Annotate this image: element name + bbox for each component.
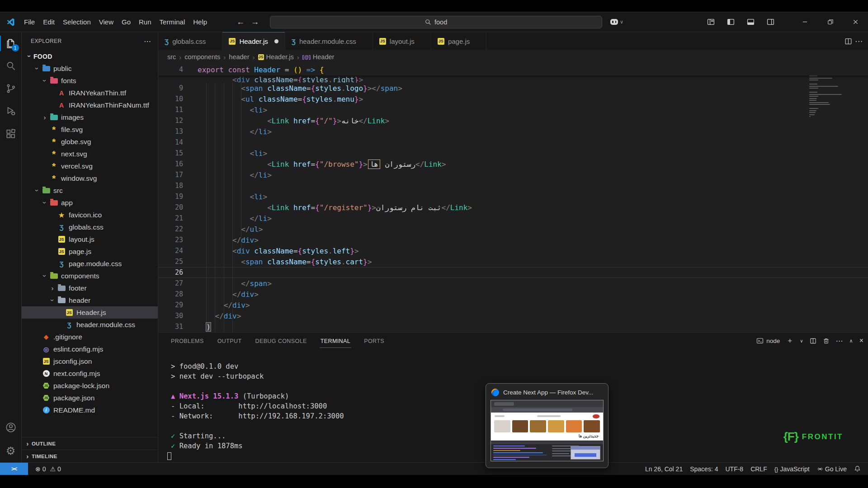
code-line-18[interactable]: 18 [158, 180, 868, 191]
tree-item-page-module-css[interactable]: Ʒpage.module.css [22, 258, 158, 270]
close-panel-icon[interactable]: × [859, 337, 863, 345]
modified-dot-icon[interactable] [274, 39, 278, 43]
panel-more-icon[interactable]: ⋯ [836, 337, 843, 345]
minimize-button[interactable] [792, 12, 817, 32]
terminal-dropdown-icon[interactable]: ∨ [800, 338, 803, 343]
code-line-16[interactable]: 16 <Link href={"/browse"}>رستوران ها</Li… [158, 159, 868, 169]
problems-status[interactable]: ⊗ 0 ⚠ 0 [32, 465, 65, 473]
tree-item-eslint-config-mjs[interactable]: ◎eslint.config.mjs [22, 343, 158, 355]
breadcrumb-item-components[interactable]: components [184, 53, 220, 61]
activity-run-debug[interactable] [0, 100, 22, 122]
tree-item-food[interactable]: ›FOOD [22, 50, 158, 62]
status-ln-26-col-21[interactable]: Ln 26, Col 21 [642, 465, 686, 473]
code-line-24[interactable]: 24 <div className={styles.left}> [158, 245, 868, 256]
breadcrumb-item-src[interactable]: src [167, 53, 176, 61]
code-line-31[interactable]: 31 ) [158, 321, 868, 332]
status-javascript[interactable]: {}JavaScript [771, 465, 813, 473]
chevron-collapsed-icon[interactable]: › [41, 113, 49, 121]
tab-globals-css[interactable]: Ʒglobals.css [158, 32, 222, 50]
menu-go[interactable]: Go [118, 16, 135, 28]
tree-item-iranyekanthin-ttf[interactable]: AIRANYekanThin.ttf [22, 87, 158, 99]
nav-back-icon[interactable]: ← [236, 17, 245, 27]
code-line-14[interactable]: 14 [158, 137, 868, 148]
close-window-button[interactable] [843, 12, 868, 32]
restore-button[interactable] [817, 12, 843, 32]
tree-item-next-config-mjs[interactable]: Nnext.config.mjs [22, 367, 158, 380]
panel-tab-debug-console[interactable]: DEBUG CONSOLE [254, 334, 307, 348]
menu-edit[interactable]: Edit [39, 16, 59, 28]
panel-tab-problems[interactable]: PROBLEMS [170, 334, 205, 348]
tree-item-src[interactable]: ›src [22, 184, 158, 197]
tree-item-package-json[interactable]: JSpackage.json [22, 392, 158, 404]
code-line-22[interactable]: 22 </ul> [158, 224, 868, 235]
tree-item-iranyekanthinfanum-ttf[interactable]: AIRANYekanThinFaNum.ttf [22, 99, 158, 111]
nav-forward-icon[interactable]: → [251, 17, 259, 27]
code-line-28[interactable]: 28 </div> [158, 289, 868, 300]
panel-tab-ports[interactable]: PORTS [363, 334, 385, 348]
menu-file[interactable]: File [20, 16, 39, 28]
tree-item-package-lock-json[interactable]: JSpackage-lock.json [22, 380, 158, 392]
terminal-shell-item[interactable]: node [756, 337, 780, 344]
code-line-29[interactable]: 29 </div> [158, 300, 868, 310]
split-terminal-icon[interactable] [810, 338, 816, 344]
menu-help[interactable]: Help [189, 16, 211, 28]
tree-item-footer[interactable]: ›footer [22, 282, 158, 294]
tree-item-file-svg[interactable]: *file.svg [22, 123, 158, 136]
sticky-scroll-line[interactable]: 4export const Header = () => { [158, 64, 868, 75]
code-line-9[interactable]: 9 <span className={styles.logo}></span> [158, 83, 868, 94]
breadcrumb-item-header[interactable]: [@]Header [302, 53, 335, 61]
panel-tab-terminal[interactable]: TERMINAL [320, 334, 351, 348]
code-line-12[interactable]: 12 <Link href={"/"}>خانه</Link> [158, 115, 868, 126]
status-spaces-4[interactable]: Spaces: 4 [686, 465, 722, 473]
chevron-expanded-icon[interactable]: › [26, 52, 33, 61]
code-line-15[interactable]: 15 <li> [158, 148, 868, 159]
tab-page-js[interactable]: JSpage.js [431, 32, 486, 50]
split-editor-icon[interactable] [844, 38, 852, 45]
code-line-25[interactable]: 25 <span className={styles.cart}> [158, 256, 868, 267]
tree-item-jsconfig-json[interactable]: JSjsconfig.json [22, 355, 158, 367]
tree-item-images[interactable]: ›images [22, 111, 158, 123]
maximize-panel-icon[interactable]: ∧ [849, 338, 853, 344]
tree-item-app[interactable]: ›app [22, 197, 158, 209]
new-terminal-icon[interactable]: ＋ [786, 336, 793, 346]
tree-item-fonts[interactable]: ›fonts [22, 75, 158, 87]
activity-extensions[interactable] [0, 122, 22, 145]
tree-item-public[interactable]: ›public [22, 62, 158, 75]
tree-item-window-svg[interactable]: *window.svg [22, 172, 158, 184]
kill-terminal-icon[interactable] [823, 338, 830, 344]
tree-item-globe-svg[interactable]: *globe.svg [22, 136, 158, 148]
tree-item-header[interactable]: ›header [22, 294, 158, 306]
outline-section[interactable]: › OUTLINE [22, 437, 158, 450]
tree-item-header-js[interactable]: JSHeader.js [22, 306, 158, 319]
tab-layout-js[interactable]: JSlayout.js [373, 32, 431, 50]
timeline-section[interactable]: › TIMELINE [22, 450, 158, 462]
code-line-19[interactable]: 19 <li> [158, 191, 868, 202]
menu-view[interactable]: View [95, 16, 118, 28]
status-utf-8[interactable]: UTF-8 [722, 465, 747, 473]
tree-item-readme-md[interactable]: iREADME.md [22, 404, 158, 416]
activity-search[interactable] [0, 55, 22, 77]
code-line-30[interactable]: 30 </div> [158, 310, 868, 321]
activity-accounts[interactable] [0, 417, 22, 440]
chevron-expanded-icon[interactable]: › [41, 272, 49, 280]
tree-item-header-module-css[interactable]: Ʒheader.module.css [22, 319, 158, 331]
menu-selection[interactable]: Selection [59, 16, 95, 28]
tree-item--gitignore[interactable]: ◆.gitignore [22, 331, 158, 343]
code-line-21[interactable]: 21 </li> [158, 213, 868, 224]
remote-indicator[interactable]: >< [0, 463, 28, 475]
chevron-expanded-icon[interactable]: › [33, 65, 41, 73]
tree-item-vercel-svg[interactable]: *vercel.svg [22, 160, 158, 172]
breadcrumb[interactable]: src›components›header›JSHeader.js›[@]Hea… [158, 50, 868, 64]
code-line-11[interactable]: 11 <li> [158, 104, 868, 115]
more-actions-icon[interactable]: ⋯ [855, 37, 863, 46]
breadcrumb-item-header-js[interactable]: JSHeader.js [258, 53, 294, 61]
chevron-expanded-icon[interactable]: › [41, 77, 49, 85]
code-line-23[interactable]: 23 </div> [158, 235, 868, 245]
chevron-expanded-icon[interactable]: › [49, 296, 57, 305]
toggle-primary-sidebar-icon[interactable] [721, 14, 741, 30]
breadcrumb-item-header[interactable]: header [229, 53, 249, 61]
code-line-26[interactable]: 26 [158, 267, 868, 278]
tree-item-next-svg[interactable]: *next.svg [22, 148, 158, 160]
code-line-27[interactable]: 27 </span> [158, 278, 868, 289]
tree-item-favicon-ico[interactable]: ★favicon.ico [22, 209, 158, 221]
